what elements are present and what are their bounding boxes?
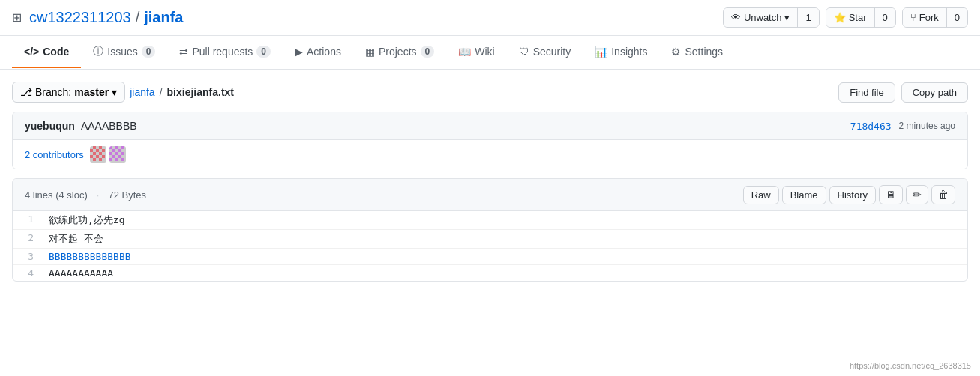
tab-settings[interactable]: ⚙ Settings	[659, 37, 735, 68]
history-button[interactable]: History	[829, 186, 876, 204]
security-icon: 🛡	[519, 46, 529, 58]
line-code: AAAAAAAAAAA	[43, 265, 967, 282]
breadcrumb-bar: ⎇ Branch: master ▾ jianfa / bixiejianfa.…	[12, 82, 968, 103]
issues-icon: ⓘ	[93, 45, 103, 58]
star-label: Star	[849, 12, 867, 23]
watch-btn-group: 👁 Unwatch ▾ 1	[723, 7, 820, 28]
code-table: 1欲练此功,必先zg2对不起 不会3BBBBBBBBBBBBBB4AAAAAAA…	[13, 211, 967, 281]
repo-owner-link[interactable]: cw1322311203	[29, 9, 131, 26]
nav-tabs: </> Code ⓘ Issues 0 ⇄ Pull requests 0 ▶ …	[0, 36, 980, 70]
branch-label: Branch:	[35, 86, 71, 98]
star-icon: ⭐	[834, 12, 846, 23]
tab-wiki[interactable]: 📖 Wiki	[446, 37, 506, 68]
code-icon: </>	[24, 46, 39, 58]
repo-title: ⊞ cw1322311203 / jianfa	[12, 9, 184, 26]
tab-code[interactable]: </> Code	[12, 37, 81, 68]
line-code: 对不起 不会	[43, 230, 967, 249]
breadcrumb-filename: bixiejianfa.txt	[167, 86, 234, 98]
commit-info: yuebuqun AAAABBBB	[25, 120, 137, 132]
line-number: 4	[13, 265, 43, 282]
commit-top: yuebuqun AAAABBBB 718d463 2 minutes ago	[13, 112, 967, 140]
file-header: 4 lines (4 sloc) · 72 Bytes Raw Blame Hi…	[13, 179, 967, 211]
projects-badge: 0	[421, 46, 435, 58]
breadcrumb-actions: Find file Copy path	[838, 82, 968, 103]
fork-icon: ⑂	[910, 12, 916, 23]
tab-code-label: Code	[43, 46, 69, 58]
blame-button[interactable]: Blame	[782, 186, 826, 204]
tab-insights-label: Insights	[611, 46, 647, 58]
breadcrumb-repo-link[interactable]: jianfa	[130, 86, 154, 98]
copy-path-button[interactable]: Copy path	[901, 82, 968, 103]
file-actions: Raw Blame History 🖥 ✏ 🗑	[743, 185, 955, 204]
star-count[interactable]: 0	[875, 8, 895, 27]
eye-icon: 👁	[731, 12, 741, 23]
contributors-link[interactable]: 2 contributors	[25, 149, 84, 160]
breadcrumb-sep: /	[160, 86, 163, 98]
branch-icon: ⎇	[20, 86, 32, 98]
insights-icon: 📊	[595, 46, 607, 58]
tab-security-label: Security	[533, 46, 571, 58]
table-row: 1欲练此功,必先zg	[13, 211, 967, 230]
tab-pull-requests[interactable]: ⇄ Pull requests 0	[167, 37, 283, 68]
branch-chevron-icon: ▾	[112, 86, 117, 98]
top-bar: ⊞ cw1322311203 / jianfa 👁 Unwatch ▾ 1 ⭐ …	[0, 0, 980, 36]
fork-count[interactable]: 0	[947, 8, 967, 27]
edit-button[interactable]: ✏	[906, 185, 928, 204]
fork-label: Fork	[919, 12, 939, 23]
pr-badge: 0	[256, 46, 271, 58]
watch-count[interactable]: 1	[798, 8, 818, 27]
file-viewer: 4 lines (4 sloc) · 72 Bytes Raw Blame Hi…	[12, 178, 968, 282]
breadcrumb: ⎇ Branch: master ▾ jianfa / bixiejianfa.…	[12, 82, 234, 103]
fork-btn-group: ⑂ Fork 0	[902, 7, 968, 28]
avatar-container	[90, 146, 126, 163]
wiki-icon: 📖	[458, 46, 471, 58]
tab-projects-label: Projects	[379, 46, 417, 58]
commit-box: yuebuqun AAAABBBB 718d463 2 minutes ago …	[12, 112, 968, 169]
watch-button[interactable]: 👁 Unwatch ▾	[724, 8, 799, 27]
meta-dot: ·	[97, 189, 100, 201]
settings-icon: ⚙	[671, 46, 681, 58]
commit-user[interactable]: yuebuqun	[25, 120, 75, 132]
tab-actions[interactable]: ▶ Actions	[283, 37, 353, 68]
find-file-button[interactable]: Find file	[838, 82, 895, 103]
avatar-2	[109, 146, 126, 163]
branch-selector[interactable]: ⎇ Branch: master ▾	[12, 82, 125, 103]
table-row: 4AAAAAAAAAAA	[13, 265, 967, 282]
table-row: 2对不起 不会	[13, 230, 967, 249]
avatar-1	[90, 146, 106, 163]
star-btn-group: ⭐ Star 0	[826, 7, 896, 28]
table-row: 3BBBBBBBBBBBBBB	[13, 249, 967, 265]
delete-button[interactable]: 🗑	[931, 185, 955, 204]
issues-badge: 0	[142, 46, 156, 58]
tab-insights[interactable]: 📊 Insights	[583, 37, 659, 68]
tab-settings-label: Settings	[685, 46, 723, 58]
file-lines: 4 lines (4 sloc)	[25, 189, 88, 201]
main-content: ⎇ Branch: master ▾ jianfa / bixiejianfa.…	[0, 70, 980, 294]
pr-icon: ⇄	[179, 46, 188, 58]
commit-meta: 718d463 2 minutes ago	[850, 121, 955, 132]
raw-button[interactable]: Raw	[743, 186, 779, 204]
star-button[interactable]: ⭐ Star	[826, 8, 875, 27]
watch-label: Unwatch	[744, 12, 782, 23]
line-code: BBBBBBBBBBBBBB	[43, 249, 967, 265]
actions-icon: ▶	[295, 46, 303, 58]
tab-issues[interactable]: ⓘ Issues 0	[81, 36, 167, 69]
projects-icon: ▦	[365, 46, 375, 58]
repo-name-link[interactable]: jianfa	[144, 9, 183, 26]
top-actions: 👁 Unwatch ▾ 1 ⭐ Star 0 ⑂ Fork 0	[723, 7, 968, 28]
branch-name: master	[74, 86, 109, 98]
line-number: 2	[13, 230, 43, 249]
commit-sha[interactable]: 718d463	[850, 121, 892, 132]
file-meta: 4 lines (4 sloc) · 72 Bytes	[25, 189, 146, 201]
tab-actions-label: Actions	[307, 46, 341, 58]
tab-wiki-label: Wiki	[475, 46, 494, 58]
fork-button[interactable]: ⑂ Fork	[903, 8, 947, 27]
line-number: 1	[13, 211, 43, 230]
contributors-row: 2 contributors	[13, 140, 967, 169]
desktop-view-button[interactable]: 🖥	[879, 185, 903, 204]
repo-sep: /	[136, 9, 140, 26]
tab-issues-label: Issues	[107, 46, 137, 58]
tab-security[interactable]: 🛡 Security	[507, 37, 583, 68]
commit-time: 2 minutes ago	[899, 121, 955, 131]
tab-projects[interactable]: ▦ Projects 0	[353, 37, 446, 68]
